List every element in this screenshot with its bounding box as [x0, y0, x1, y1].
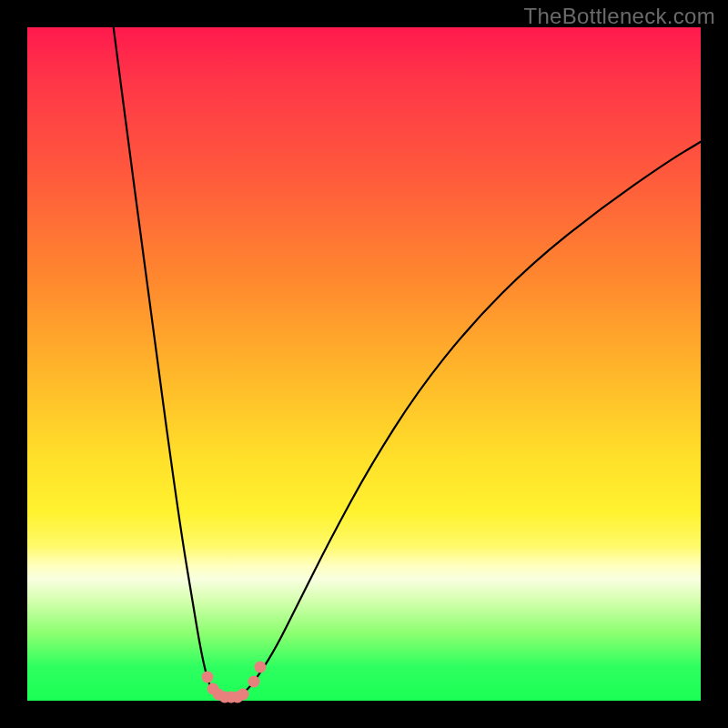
chart-frame: TheBottleneck.com [0, 0, 728, 728]
trough-marker [255, 662, 267, 673]
trough-marker [248, 676, 259, 688]
curve-svg [27, 27, 701, 701]
watermark-text: TheBottleneck.com [523, 4, 715, 29]
trough-marker [201, 672, 213, 683]
bottleneck-curve [114, 27, 701, 697]
trough-marker [237, 689, 248, 701]
plot-area [27, 27, 701, 701]
